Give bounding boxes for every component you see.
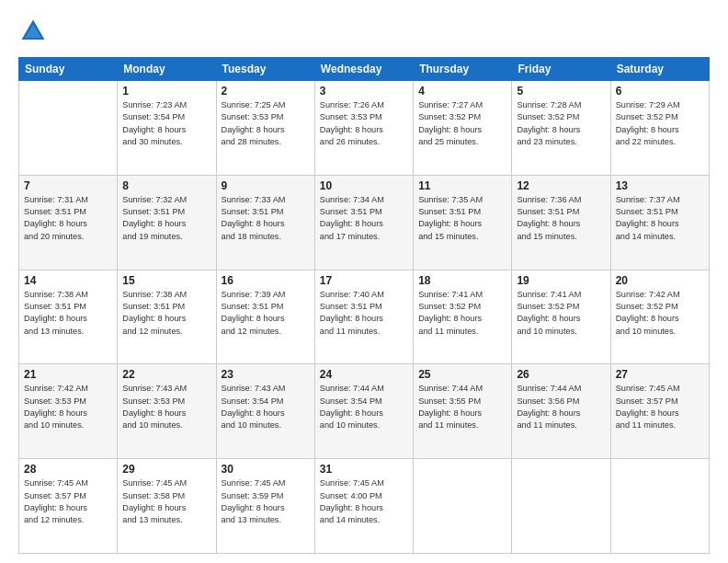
- col-header-friday: Friday: [512, 58, 610, 81]
- logo-icon: [18, 17, 48, 46]
- day-number: 4: [418, 85, 506, 98]
- calendar-cell: 12Sunrise: 7:36 AM Sunset: 3:51 PM Dayli…: [512, 175, 610, 270]
- cell-content: Sunrise: 7:23 AM Sunset: 3:54 PM Dayligh…: [122, 99, 210, 148]
- cell-content: Sunrise: 7:37 AM Sunset: 3:51 PM Dayligh…: [616, 194, 704, 243]
- calendar-body: 1Sunrise: 7:23 AM Sunset: 3:54 PM Daylig…: [19, 81, 710, 554]
- col-header-monday: Monday: [118, 58, 216, 81]
- logo: [18, 17, 51, 46]
- col-header-sunday: Sunday: [19, 58, 118, 81]
- calendar-cell: [610, 459, 709, 554]
- day-number: 29: [122, 463, 210, 476]
- cell-content: Sunrise: 7:39 AM Sunset: 3:51 PM Dayligh…: [222, 289, 310, 338]
- day-number: 31: [320, 463, 408, 476]
- calendar-cell: 13Sunrise: 7:37 AM Sunset: 3:51 PM Dayli…: [610, 175, 709, 270]
- cell-content: Sunrise: 7:40 AM Sunset: 3:51 PM Dayligh…: [320, 289, 408, 338]
- calendar-cell: 20Sunrise: 7:42 AM Sunset: 3:52 PM Dayli…: [610, 270, 709, 364]
- day-number: 21: [24, 368, 112, 381]
- cell-content: Sunrise: 7:27 AM Sunset: 3:52 PM Dayligh…: [418, 99, 506, 148]
- day-number: 3: [320, 85, 408, 98]
- cell-content: Sunrise: 7:44 AM Sunset: 3:55 PM Dayligh…: [418, 383, 506, 431]
- col-header-saturday: Saturday: [610, 58, 709, 81]
- calendar-cell: [414, 459, 512, 554]
- day-number: 19: [517, 274, 605, 287]
- cell-content: Sunrise: 7:42 AM Sunset: 3:53 PM Dayligh…: [24, 383, 112, 431]
- day-number: 9: [222, 179, 310, 192]
- day-number: 17: [320, 274, 408, 287]
- day-number: 27: [616, 368, 704, 381]
- cell-content: Sunrise: 7:45 AM Sunset: 3:59 PM Dayligh…: [222, 477, 310, 526]
- calendar-cell: 18Sunrise: 7:41 AM Sunset: 3:52 PM Dayli…: [414, 270, 512, 364]
- calendar-cell: 30Sunrise: 7:45 AM Sunset: 3:59 PM Dayli…: [216, 459, 314, 554]
- week-row-1: 1Sunrise: 7:23 AM Sunset: 3:54 PM Daylig…: [19, 81, 710, 176]
- day-number: 6: [616, 85, 704, 98]
- cell-content: Sunrise: 7:41 AM Sunset: 3:52 PM Dayligh…: [517, 289, 605, 338]
- calendar-cell: 27Sunrise: 7:45 AM Sunset: 3:57 PM Dayli…: [610, 364, 709, 459]
- cell-content: Sunrise: 7:38 AM Sunset: 3:51 PM Dayligh…: [24, 289, 112, 338]
- cell-content: Sunrise: 7:34 AM Sunset: 3:51 PM Dayligh…: [320, 194, 408, 243]
- cell-content: Sunrise: 7:25 AM Sunset: 3:53 PM Dayligh…: [222, 99, 310, 148]
- calendar-cell: 5Sunrise: 7:28 AM Sunset: 3:52 PM Daylig…: [512, 81, 610, 176]
- cell-content: Sunrise: 7:36 AM Sunset: 3:51 PM Dayligh…: [517, 194, 605, 243]
- col-header-thursday: Thursday: [414, 58, 512, 81]
- day-number: 1: [122, 85, 210, 98]
- calendar-cell: [19, 81, 118, 176]
- calendar-cell: 29Sunrise: 7:45 AM Sunset: 3:58 PM Dayli…: [118, 459, 216, 554]
- week-row-5: 28Sunrise: 7:45 AM Sunset: 3:57 PM Dayli…: [19, 459, 710, 554]
- calendar-cell: 28Sunrise: 7:45 AM Sunset: 3:57 PM Dayli…: [19, 459, 118, 554]
- day-number: 22: [122, 368, 210, 381]
- calendar-cell: 16Sunrise: 7:39 AM Sunset: 3:51 PM Dayli…: [216, 270, 314, 364]
- day-number: 24: [320, 368, 408, 381]
- cell-content: Sunrise: 7:26 AM Sunset: 3:53 PM Dayligh…: [320, 99, 408, 148]
- day-number: 18: [418, 274, 506, 287]
- day-number: 10: [320, 179, 408, 192]
- header: [18, 17, 710, 46]
- cell-content: Sunrise: 7:35 AM Sunset: 3:51 PM Dayligh…: [418, 194, 506, 243]
- cell-content: Sunrise: 7:43 AM Sunset: 3:53 PM Dayligh…: [122, 383, 210, 431]
- calendar-cell: 10Sunrise: 7:34 AM Sunset: 3:51 PM Dayli…: [314, 175, 413, 270]
- calendar-cell: 15Sunrise: 7:38 AM Sunset: 3:51 PM Dayli…: [118, 270, 216, 364]
- day-number: 13: [616, 179, 704, 192]
- cell-content: Sunrise: 7:45 AM Sunset: 3:58 PM Dayligh…: [122, 477, 210, 526]
- day-number: 12: [517, 179, 605, 192]
- calendar-table: SundayMondayTuesdayWednesdayThursdayFrid…: [18, 57, 710, 554]
- day-number: 30: [222, 463, 310, 476]
- cell-content: Sunrise: 7:44 AM Sunset: 3:56 PM Dayligh…: [517, 383, 605, 431]
- header-row: SundayMondayTuesdayWednesdayThursdayFrid…: [19, 58, 710, 81]
- calendar-cell: 24Sunrise: 7:44 AM Sunset: 3:54 PM Dayli…: [314, 364, 413, 459]
- cell-content: Sunrise: 7:44 AM Sunset: 3:54 PM Dayligh…: [320, 383, 408, 431]
- cell-content: Sunrise: 7:38 AM Sunset: 3:51 PM Dayligh…: [122, 289, 210, 338]
- calendar-cell: 14Sunrise: 7:38 AM Sunset: 3:51 PM Dayli…: [19, 270, 118, 364]
- cell-content: Sunrise: 7:32 AM Sunset: 3:51 PM Dayligh…: [122, 194, 210, 243]
- cell-content: Sunrise: 7:45 AM Sunset: 3:57 PM Dayligh…: [24, 477, 112, 526]
- calendar-cell: 26Sunrise: 7:44 AM Sunset: 3:56 PM Dayli…: [512, 364, 610, 459]
- calendar-cell: 25Sunrise: 7:44 AM Sunset: 3:55 PM Dayli…: [414, 364, 512, 459]
- day-number: 16: [222, 274, 310, 287]
- calendar-header: SundayMondayTuesdayWednesdayThursdayFrid…: [19, 58, 710, 81]
- day-number: 7: [24, 179, 112, 192]
- calendar-cell: 4Sunrise: 7:27 AM Sunset: 3:52 PM Daylig…: [414, 81, 512, 176]
- day-number: 5: [517, 85, 605, 98]
- day-number: 20: [616, 274, 704, 287]
- cell-content: Sunrise: 7:41 AM Sunset: 3:52 PM Dayligh…: [418, 289, 506, 338]
- cell-content: Sunrise: 7:45 AM Sunset: 4:00 PM Dayligh…: [320, 477, 408, 526]
- cell-content: Sunrise: 7:28 AM Sunset: 3:52 PM Dayligh…: [517, 99, 605, 148]
- calendar-cell: [512, 459, 610, 554]
- day-number: 15: [122, 274, 210, 287]
- calendar-cell: 22Sunrise: 7:43 AM Sunset: 3:53 PM Dayli…: [118, 364, 216, 459]
- calendar-cell: 9Sunrise: 7:33 AM Sunset: 3:51 PM Daylig…: [216, 175, 314, 270]
- calendar-cell: 17Sunrise: 7:40 AM Sunset: 3:51 PM Dayli…: [314, 270, 413, 364]
- cell-content: Sunrise: 7:33 AM Sunset: 3:51 PM Dayligh…: [222, 194, 310, 243]
- cell-content: Sunrise: 7:29 AM Sunset: 3:52 PM Dayligh…: [616, 99, 704, 148]
- day-number: 25: [418, 368, 506, 381]
- week-row-4: 21Sunrise: 7:42 AM Sunset: 3:53 PM Dayli…: [19, 364, 710, 459]
- calendar-cell: 2Sunrise: 7:25 AM Sunset: 3:53 PM Daylig…: [216, 81, 314, 176]
- calendar-cell: 6Sunrise: 7:29 AM Sunset: 3:52 PM Daylig…: [610, 81, 709, 176]
- day-number: 2: [222, 85, 310, 98]
- day-number: 11: [418, 179, 506, 192]
- cell-content: Sunrise: 7:45 AM Sunset: 3:57 PM Dayligh…: [616, 383, 704, 431]
- day-number: 23: [222, 368, 310, 381]
- day-number: 28: [24, 463, 112, 476]
- week-row-2: 7Sunrise: 7:31 AM Sunset: 3:51 PM Daylig…: [19, 175, 710, 270]
- cell-content: Sunrise: 7:43 AM Sunset: 3:54 PM Dayligh…: [222, 383, 310, 431]
- day-number: 26: [517, 368, 605, 381]
